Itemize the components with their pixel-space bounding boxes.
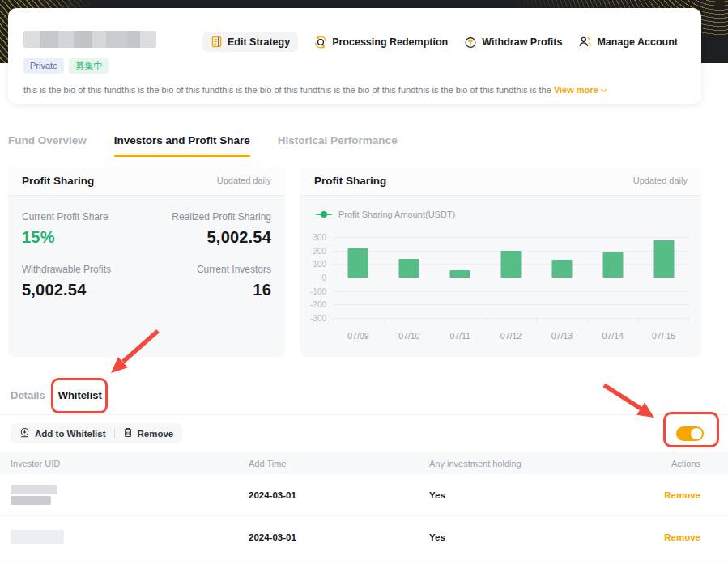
tabs-divider xyxy=(0,159,728,159)
chart-legend: Profit Sharing Amount(USDT) xyxy=(316,210,701,219)
chart-y-axis: 3002001000-100-200-300 xyxy=(300,237,333,318)
hero-actions: Edit Strategy Processing Redemption xyxy=(202,32,678,52)
edit-strategy-button[interactable]: Edit Strategy xyxy=(202,32,298,52)
view-more-link[interactable]: View more xyxy=(554,85,606,95)
chart-card-title: Profit Sharing xyxy=(314,175,386,187)
current-profit-share-value: 15% xyxy=(22,228,109,247)
investor-uid-redacted xyxy=(11,485,57,505)
fund-name-redacted xyxy=(23,31,156,48)
fund-bio-text: this is the bio of this fundthis is the … xyxy=(23,85,554,95)
processing-redemption-label: Processing Redemption xyxy=(332,36,448,48)
col-investment-holding: Any investment holding xyxy=(429,459,655,469)
processing-redemption-button[interactable]: Processing Redemption xyxy=(314,36,448,49)
profit-sharing-chart-card: Profit Sharing Updated daily Profit Shar… xyxy=(300,166,701,357)
fund-header-card: Private 募集中 this is the bio of this fund… xyxy=(8,8,701,104)
table-row: 2024-03-01 Yes Remove xyxy=(0,474,728,516)
withdrawable-profits-value: 5,002.54 xyxy=(22,281,111,299)
summary-updated-label: Updated daily xyxy=(217,176,271,185)
toolbar-separator xyxy=(114,429,115,439)
manage-account-label: Manage Account xyxy=(597,36,678,48)
add-time-cell: 2024-03-01 xyxy=(249,532,429,542)
table-row: 2024-03-01 Yes Remove xyxy=(0,516,728,558)
profit-sharing-chart: 3002001000-100-200-300 xyxy=(300,237,701,318)
badge-row: Private 募集中 xyxy=(23,58,109,74)
trash-icon xyxy=(123,427,133,439)
col-actions: Actions xyxy=(655,459,728,469)
recruiting-badge: 募集中 xyxy=(69,58,109,74)
main-tabs: Fund Overview Investors and Profit Share… xyxy=(8,134,398,157)
chart-updated-label: Updated daily xyxy=(633,176,688,185)
annotation-box-toggle xyxy=(663,412,719,447)
page: Private 募集中 this is the bio of this fund… xyxy=(0,0,728,564)
withdraw-profits-icon xyxy=(464,36,477,49)
row-remove-link[interactable]: Remove xyxy=(664,490,700,500)
current-investors-value: 16 xyxy=(197,281,271,299)
edit-strategy-label: Edit Strategy xyxy=(228,36,290,48)
whitelist-table-header: Investor UID Add Time Any investment hol… xyxy=(0,452,728,474)
add-to-whitelist-icon xyxy=(19,427,30,439)
realized-profit-sharing-value: 5,002.54 xyxy=(172,228,271,247)
row-remove-link[interactable]: Remove xyxy=(664,532,700,542)
chart-plot xyxy=(333,237,689,318)
stat-withdrawable-profits: Withdrawable Profits 5,002.54 xyxy=(22,264,111,299)
investor-uid-redacted xyxy=(11,530,64,544)
annotation-arrow-whitelist xyxy=(101,326,170,383)
stat-realized-profit-sharing: Realized Profit Sharing 5,002.54 xyxy=(172,211,271,247)
chart-x-axis: 07/0907/1007/1107/1207/1307/1407/ 15 xyxy=(333,331,689,341)
add-to-whitelist-button[interactable]: Add to Whitelist xyxy=(19,427,106,439)
withdraw-profits-button[interactable]: Withdraw Profits xyxy=(464,36,562,49)
withdraw-profits-label: Withdraw Profits xyxy=(482,36,562,48)
tab-investors-profit-share[interactable]: Investors and Profit Share xyxy=(114,134,250,157)
stat-current-investors: Current Investors 16 xyxy=(197,264,271,299)
remove-label: Remove xyxy=(138,429,174,439)
tab-historical-performance[interactable]: Historical Performance xyxy=(278,134,398,157)
tab-details[interactable]: Details xyxy=(11,389,45,401)
legend-series-icon xyxy=(316,211,332,218)
remove-button[interactable]: Remove xyxy=(123,427,174,439)
annotation-arrow-toggle xyxy=(599,380,664,425)
annotation-box-whitelist xyxy=(51,378,108,413)
manage-account-button[interactable]: Manage Account xyxy=(578,36,678,48)
add-time-cell: 2024-03-01 xyxy=(249,490,429,500)
tab-fund-overview[interactable]: Fund Overview xyxy=(8,134,87,157)
legend-label: Profit Sharing Amount(USDT) xyxy=(338,210,455,219)
holding-cell: Yes xyxy=(429,490,655,500)
processing-redemption-icon xyxy=(314,36,327,49)
manage-account-icon xyxy=(578,36,592,48)
chevron-down-icon xyxy=(601,87,607,92)
col-investor-uid: Investor UID xyxy=(0,459,249,469)
add-to-whitelist-label: Add to Whitelist xyxy=(35,429,106,439)
private-badge: Private xyxy=(23,58,64,74)
col-add-time: Add Time xyxy=(249,459,429,469)
holding-cell: Yes xyxy=(429,532,655,542)
whitelist-toolbar: Add to Whitelist Remove xyxy=(11,423,182,443)
active-tab-underline xyxy=(114,155,250,157)
summary-card-title: Profit Sharing xyxy=(22,175,94,187)
edit-strategy-icon xyxy=(211,36,223,48)
stat-current-profit-share: Current Profit Share 15% xyxy=(22,211,109,247)
fund-bio: this is the bio of this fundthis is the … xyxy=(23,85,679,95)
